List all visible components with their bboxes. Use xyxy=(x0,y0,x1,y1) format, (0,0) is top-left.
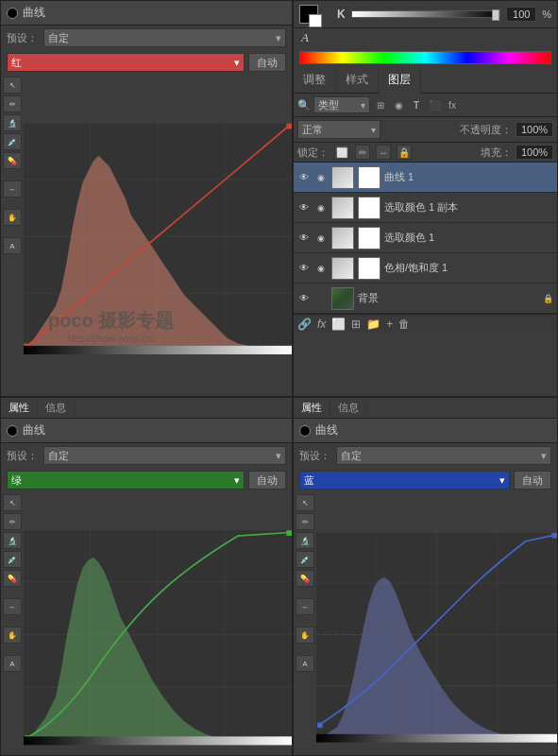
curves-container-bl: 预设： 自定 ▾ 绿 ▾ 自动 ↖ ✏ 🔬 💉 � xyxy=(1,443,292,756)
filter-icon-2[interactable]: ◉ xyxy=(391,97,406,112)
graph-wrap-tl xyxy=(24,75,292,397)
k-label: K xyxy=(337,8,346,21)
bg-color[interactable] xyxy=(309,14,322,27)
curves-icon xyxy=(7,8,18,19)
blend-mode-select[interactable]: 正常 ▾ xyxy=(297,120,380,139)
curve-tool-hand[interactable]: ✋ xyxy=(3,209,22,226)
curve-tool-eyedrop2[interactable]: 💉 xyxy=(3,133,22,150)
lock-icon-4[interactable]: 🔒 xyxy=(397,145,412,160)
curve-tool-arrow-br[interactable]: ↖ xyxy=(296,494,314,511)
opacity-input[interactable] xyxy=(516,122,553,137)
curve-tool-arrow-bl[interactable]: ↖ xyxy=(3,494,22,511)
tab-adjust[interactable]: 调整 xyxy=(294,68,336,93)
curve-tool-wave[interactable]: ～ xyxy=(3,180,22,198)
br-panel-title: 曲线 xyxy=(315,422,338,438)
tab-layers[interactable]: 图层 xyxy=(379,68,421,94)
channel-select-br[interactable]: 蓝 ▾ xyxy=(299,471,510,490)
preset-label-tl: 预设： xyxy=(7,31,38,45)
layer-item-background[interactable]: 👁 背景 🔒 xyxy=(294,284,557,314)
layer-item-curves1[interactable]: 👁 ◉ 曲线 1 xyxy=(294,163,557,193)
prop-tab-attr-br[interactable]: 属性 xyxy=(294,398,330,418)
layers-bottom-adjust[interactable]: ⊞ xyxy=(351,318,361,331)
k-slider-track[interactable] xyxy=(351,10,501,18)
fill-label: 填充： xyxy=(481,146,512,160)
preset-select-bl[interactable]: 自定 ▾ xyxy=(43,446,286,465)
filter-icon-1[interactable]: ⊞ xyxy=(373,97,388,112)
layer-link-hue1[interactable]: ◉ xyxy=(314,262,328,275)
layers-bottom-fx[interactable]: fx xyxy=(317,318,326,331)
layers-bottom-mask[interactable]: ⬜ xyxy=(331,318,346,331)
preset-select-br[interactable]: 自定 ▾ xyxy=(336,446,551,465)
lock-icon-3[interactable]: ↔ xyxy=(376,145,391,160)
layer-mask-sel1 xyxy=(358,227,380,249)
auto-btn-br[interactable]: 自动 xyxy=(514,471,551,490)
k-value-input[interactable]: 100 xyxy=(506,7,536,22)
blend-mode-label: 正常 xyxy=(302,123,371,137)
filter-icon-t[interactable]: T xyxy=(409,97,424,112)
tabs-row: 调整 样式 图层 xyxy=(294,68,557,94)
curve-tool-pen-bl[interactable]: ✏ xyxy=(3,513,22,530)
layer-link-sel1copy[interactable]: ◉ xyxy=(314,201,328,215)
type-filter-select[interactable]: 类型 ▾ xyxy=(313,96,370,113)
curve-tool-hand-br[interactable]: ✋ xyxy=(296,627,314,644)
layer-eye-sel1[interactable]: 👁 xyxy=(297,232,311,245)
channel-select-tl[interactable]: 红 ▾ xyxy=(7,53,245,72)
layer-mask-sel1copy xyxy=(358,197,380,219)
layers-bottom-add[interactable]: + xyxy=(386,318,393,331)
curve-tool-eyedrop1[interactable]: 🔬 xyxy=(3,114,22,131)
curve-tool-text-br[interactable]: A xyxy=(296,655,314,672)
lock-icon-1[interactable]: ⬜ xyxy=(334,145,349,160)
curve-tool-arrow[interactable]: ↖ xyxy=(3,77,22,94)
layer-item-selective1[interactable]: 👁 ◉ 选取颜色 1 xyxy=(294,223,557,253)
layer-eye-hue1[interactable]: 👁 xyxy=(297,262,311,275)
layer-link-sel1[interactable]: ◉ xyxy=(314,232,328,245)
layers-bottom-folder[interactable]: 📁 xyxy=(366,318,380,331)
prop-tab-info-br[interactable]: 信息 xyxy=(330,398,367,418)
layers-bottom-trash[interactable]: 🗑 xyxy=(398,318,410,331)
curve-tool-eyedrop3[interactable]: 💊 xyxy=(3,152,22,169)
type-icon-a[interactable]: A xyxy=(297,30,313,45)
curve-tool-text[interactable]: A xyxy=(3,237,22,254)
layer-eye-sel1copy[interactable]: 👁 xyxy=(297,201,311,215)
layer-eye-curves1[interactable]: 👁 xyxy=(297,171,311,184)
layer-thumb-hue1 xyxy=(331,257,354,280)
top-left-panel-header: 曲线 xyxy=(1,1,292,26)
prop-tab-attr-bl[interactable]: 属性 xyxy=(1,398,38,418)
fill-input[interactable] xyxy=(516,145,553,160)
curve-tool-ed3-bl[interactable]: 💊 xyxy=(3,570,22,587)
curve-tool-wave-br[interactable]: ～ xyxy=(296,598,314,615)
tab-style[interactable]: 样式 xyxy=(336,68,379,93)
auto-btn-tl[interactable]: 自动 xyxy=(248,53,286,72)
curve-tool-pen-br[interactable]: ✏ xyxy=(296,513,314,530)
curve-tool-ed3-br[interactable]: 💊 xyxy=(296,570,314,587)
filter-icon-path[interactable]: ⬛ xyxy=(427,97,442,112)
k-slider-thumb[interactable] xyxy=(492,9,499,21)
layer-item-hue1[interactable]: 👁 ◉ 色相/饱和度 1 xyxy=(294,253,557,284)
curve-tool-ed2-bl[interactable]: 💉 xyxy=(3,551,22,568)
fg-color[interactable] xyxy=(299,5,318,24)
fill-row: 填充： xyxy=(417,145,553,160)
curves-svg-br xyxy=(316,492,557,756)
blend-mode-row: 正常 ▾ 不透明度： xyxy=(294,117,557,143)
color-bar xyxy=(299,51,551,64)
curve-tool-hand-bl[interactable]: ✋ xyxy=(3,627,22,644)
curve-tool-ed1-br[interactable]: 🔬 xyxy=(296,532,314,549)
curve-tool-text-bl[interactable]: A xyxy=(3,655,22,672)
lock-icon-2[interactable]: ✏ xyxy=(355,145,370,160)
prop-tab-info-bl[interactable]: 信息 xyxy=(38,398,75,418)
channel-select-bl[interactable]: 绿 ▾ xyxy=(7,471,245,490)
curve-tool-wave-bl[interactable]: ～ xyxy=(3,598,22,615)
layer-item-selective1copy[interactable]: 👁 ◉ 选取颜色 1 副本 xyxy=(294,193,557,223)
curve-tool-ed2-br[interactable]: 💉 xyxy=(296,551,314,568)
preset-label-br: 预设： xyxy=(299,449,330,463)
layers-bottom-link[interactable]: 🔗 xyxy=(297,318,312,331)
curve-tool-pen[interactable]: ✏ xyxy=(3,95,22,112)
auto-btn-bl[interactable]: 自动 xyxy=(248,471,286,490)
layer-link-curves1[interactable]: ◉ xyxy=(314,171,328,184)
layer-eye-bg[interactable]: 👁 xyxy=(297,292,311,305)
layers-list: 👁 ◉ 曲线 1 👁 ◉ 选取颜色 1 副本 👁 ◉ 选取颜色 1 xyxy=(294,163,557,314)
filter-icon-effect[interactable]: fx xyxy=(445,97,460,112)
preset-select-tl[interactable]: 自定 ▾ xyxy=(43,28,286,47)
graph-wrap-br xyxy=(316,492,557,756)
curve-tool-ed1-bl[interactable]: 🔬 xyxy=(3,532,22,549)
